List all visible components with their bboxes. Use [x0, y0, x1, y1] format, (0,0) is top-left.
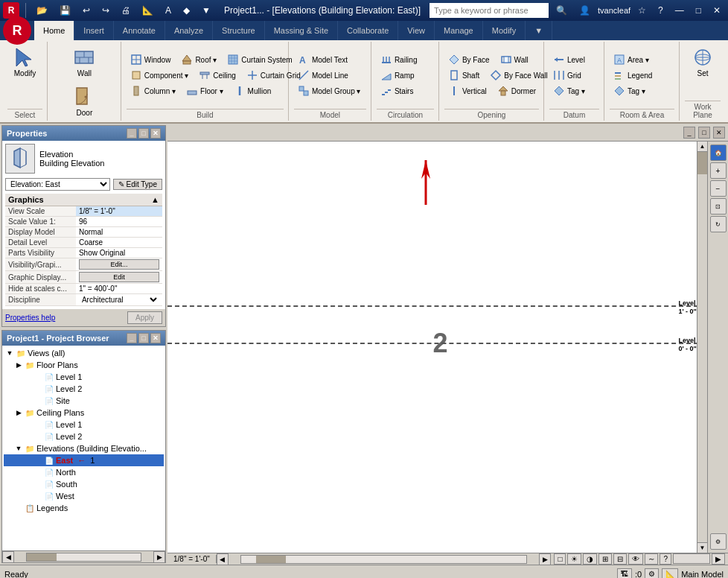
grid-button[interactable]: Grid	[549, 68, 585, 83]
tab-view[interactable]: View	[398, 21, 435, 40]
vscroll-track[interactable]	[697, 152, 707, 542]
window-button[interactable]: Window	[127, 52, 175, 67]
qa-measure-btn[interactable]: 📐	[138, 4, 158, 17]
qa-undo-btn[interactable]: ↩	[78, 4, 95, 17]
component-button[interactable]: Component ▾	[127, 68, 192, 83]
vscroll-down-btn[interactable]: ▼	[697, 542, 707, 553]
stairs-button[interactable]: Stairs	[377, 83, 418, 98]
properties-minimize-btn[interactable]: _	[127, 128, 137, 139]
tree-item-east[interactable]: 📄 East ← 1	[4, 454, 164, 466]
railing-button[interactable]: Railing	[377, 52, 421, 67]
by-face-button[interactable]: By Face	[444, 52, 494, 67]
file-button[interactable]: R	[3, 16, 31, 45]
discipline-select[interactable]: Architectural	[79, 295, 159, 305]
minimize-btn[interactable]: —	[671, 4, 689, 17]
model-line-button[interactable]: Model Line	[294, 68, 352, 83]
qa-text-btn[interactable]: A	[161, 4, 176, 17]
qa-open-btn[interactable]: 📂	[32, 4, 52, 17]
legend-button[interactable]: Legend	[610, 68, 656, 83]
properties-help-link[interactable]: Properties help	[5, 314, 124, 322]
hscroll-thumb[interactable]	[256, 556, 286, 563]
tree-item-fp-level1[interactable]: 📄 Level 1	[4, 371, 164, 383]
browser-scroll-track[interactable]	[26, 553, 141, 562]
bt-region-btn[interactable]: ⊟	[613, 553, 627, 565]
tab-annotate[interactable]: Annotate	[114, 21, 165, 40]
hscroll-right[interactable]: ▶	[539, 553, 551, 565]
bt-rect-btn[interactable]: □	[554, 553, 566, 565]
tree-item-cp-level2[interactable]: 📄 Level 2	[4, 431, 164, 442]
tab-manage[interactable]: Manage	[435, 21, 483, 40]
tree-item-fp-level2[interactable]: 📄 Level 2	[4, 383, 164, 395]
canvas-hscroll[interactable]: 1/8" = 1'-0" ◀ ▶ □ ☀ ◑ ⊞ ⊟ 👁 ∼ ? ▶	[167, 553, 728, 565]
prop-value-view-scale[interactable]	[76, 206, 162, 217]
roof-button[interactable]: Roof ▾	[177, 52, 220, 67]
status-settings-btn[interactable]: ⚙	[645, 568, 659, 578]
canvas-close-btn[interactable]: ✕	[713, 127, 725, 139]
tree-item-fp-site[interactable]: 📄 Site	[4, 395, 164, 407]
tree-item-cp-level1[interactable]: 📄 Level 1	[4, 419, 164, 431]
wall-opening-button[interactable]: Wall	[496, 52, 532, 67]
tab-analyze[interactable]: Analyze	[165, 21, 213, 40]
bt-shadow-btn[interactable]: ◑	[583, 553, 597, 565]
tree-item-legends[interactable]: 📋 Legends	[4, 502, 164, 514]
tree-item-elevations[interactable]: ▼ 📁 Elevations (Building Elevatio...	[4, 442, 164, 454]
by-face-wall-button[interactable]: By Face Wall	[486, 68, 552, 83]
search-input[interactable]	[430, 3, 549, 18]
tree-item-views-all[interactable]: ▼ 📁 Views (all)	[4, 347, 164, 359]
bt-crop-btn[interactable]: ⊞	[598, 553, 612, 565]
dormer-button[interactable]: Dormer	[494, 83, 540, 98]
nav-settings-btn[interactable]: ⚙	[710, 533, 727, 550]
prop-value-graphic-display[interactable]: Edit	[76, 271, 162, 284]
tree-item-north[interactable]: 📄 North	[4, 466, 164, 478]
model-text-button[interactable]: A Model Text	[294, 52, 351, 67]
qa-save-btn[interactable]: 💾	[55, 4, 75, 17]
area-button[interactable]: A Area ▾	[610, 52, 653, 67]
tree-item-south[interactable]: 📄 South	[4, 478, 164, 490]
bt-3d-btn[interactable]: ?	[660, 553, 671, 565]
floor-button[interactable]: Floor ▾	[182, 83, 227, 98]
properties-close-btn[interactable]: ✕	[150, 128, 161, 139]
graphic-display-edit-btn[interactable]: Edit	[79, 272, 159, 282]
bt-hide-btn[interactable]: 👁	[628, 553, 643, 565]
mullion-button[interactable]: Mullion	[230, 83, 275, 98]
properties-restore-btn[interactable]: □	[138, 128, 149, 139]
browser-minimize-btn[interactable]: _	[127, 333, 137, 343]
vis-graph-edit-btn[interactable]: Edit...	[79, 259, 159, 270]
tab-massing[interactable]: Massing & Site	[265, 21, 338, 40]
nav-zoom-out-btn[interactable]: −	[710, 180, 727, 197]
canvas-vscroll[interactable]: ▲ ▼	[697, 142, 707, 553]
nav-fit-btn[interactable]: ⊡	[710, 198, 727, 215]
model-group-button[interactable]: Model Group ▾	[294, 83, 365, 98]
canvas-minimize-btn[interactable]: _	[683, 127, 695, 139]
nav-3d-btn[interactable]: 🏠	[710, 144, 727, 161]
browser-restore-btn[interactable]: □	[138, 333, 149, 343]
shaft-button[interactable]: Shaft	[444, 68, 483, 83]
help-btn[interactable]: ?	[654, 4, 668, 17]
tab-home[interactable]: Home	[34, 21, 74, 40]
hscroll-left[interactable]: ◀	[217, 553, 229, 565]
ramp-button[interactable]: Ramp	[377, 68, 418, 83]
column-button[interactable]: Column ▾	[127, 83, 179, 98]
tree-item-west[interactable]: 📄 West	[4, 490, 164, 502]
vertical-button[interactable]: Vertical	[444, 83, 491, 98]
set-button[interactable]: Set	[686, 43, 720, 80]
hscroll-track[interactable]	[240, 555, 528, 564]
edit-type-btn[interactable]: ✎ Edit Type	[113, 179, 162, 190]
view-scale-input[interactable]	[79, 207, 159, 215]
vscroll-up-btn[interactable]: ▲	[697, 142, 707, 152]
door-button[interactable]: Door	[67, 83, 101, 119]
status-model-icon[interactable]: 🏗	[617, 568, 632, 578]
close-btn[interactable]: ✕	[709, 4, 725, 17]
level-button[interactable]: Level	[549, 52, 589, 67]
browser-scroll-left[interactable]: ◀	[2, 551, 14, 563]
tab-insert[interactable]: Insert	[74, 21, 114, 40]
browser-close-btn[interactable]: ✕	[150, 333, 161, 343]
status-model-btn[interactable]: 📐	[662, 568, 678, 578]
nav-zoom-in-btn[interactable]: +	[710, 162, 727, 179]
star-btn[interactable]: ☆	[633, 4, 651, 17]
prop-value-vis-graph[interactable]: Edit...	[76, 258, 162, 271]
tree-item-ceiling-plans[interactable]: ▶ 📁 Ceiling Plans	[4, 407, 164, 419]
tab-collaborate[interactable]: Collaborate	[338, 21, 398, 40]
bt-thin-btn[interactable]: ∼	[645, 553, 658, 565]
browser-scroll-right[interactable]: ▶	[153, 551, 165, 563]
